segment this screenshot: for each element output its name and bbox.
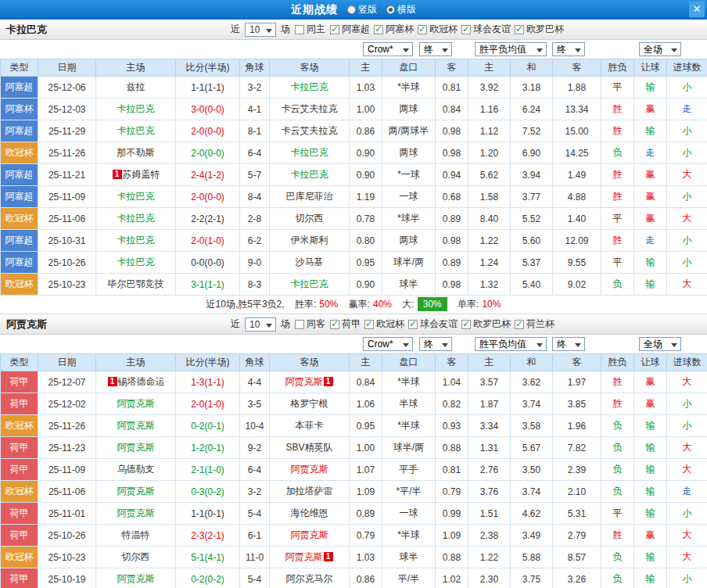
team-section-qarabag: 卡拉巴克 近 10 场 同主 阿塞超阿塞杯欧冠杯球会友谊欧罗巴杯 Crow* 终… [0,20,707,314]
euro-odds-time-select[interactable]: 终 [552,42,585,56]
home-team-cell: 卡拉巴克 [96,120,176,142]
euro-home-odds-cell: 1.24 [468,252,511,274]
league-type-cell: 欧冠杯 [1,142,38,164]
corners-cell: 5-7 [240,164,270,186]
matches-table: 类型日期主场比分(半场)角球客场主盘口客主和客胜负让球进球数 荷甲25-12-0… [0,353,707,588]
team-name-text: 阿贾克斯 [117,420,155,431]
away-team-cell: 卡拉巴克 [270,77,350,99]
team-name-text: 加拉塔萨雷 [286,486,333,497]
euro-draw-odds-cell: 3.94 [511,164,553,186]
corners-cell: 5-4 [240,503,270,525]
corners-cell: 6-4 [240,142,270,164]
asian-home-odds-cell: 1.00 [350,99,382,120]
handicap-line-cell: 两球 [382,99,436,120]
league-filter-checkbox[interactable]: 阿塞超 [330,23,370,36]
result-cell: 负 [601,568,634,588]
asian-home-odds-cell: 1.03 [350,77,382,99]
column-header: 胜负 [601,354,634,371]
euro-average-select[interactable]: 胜平负均值 [475,337,547,351]
scope-select[interactable]: 全场 [639,337,681,351]
goals-overunder-cell: 小 [667,503,707,525]
handicap-result-cell: 赢 [634,164,667,186]
asian-home-odds-cell: 1.06 [350,393,382,415]
layout-portrait-radio[interactable]: 竖版 [347,3,377,16]
bookmaker-select[interactable]: Crow* [363,337,413,351]
league-type-cell: 荷甲 [1,503,38,525]
layout-landscape-radio[interactable]: 横版 [386,3,416,16]
league-filter-checkbox[interactable]: 阿塞杯 [374,23,414,36]
league-filter-checkbox[interactable]: 欧冠杯 [418,23,458,36]
team-name-text: 卡拉巴克 [117,256,155,267]
corners-cell: 11-0 [240,547,270,568]
corners-cell: 8-1 [240,120,270,142]
match-row: 荷甲25-11-09乌德勒支2-1(1-0)6-4阿贾克斯1.07平手0.812… [1,459,707,481]
column-header: 进球数 [667,354,707,371]
euro-draw-odds-cell: 3.74 [511,481,553,503]
league-filter-checkbox[interactable]: 欧罗巴杯 [515,23,564,36]
handicap-result-cell: 输 [634,415,667,437]
match-count-value: 10 [249,319,260,330]
league-filter-checkbox[interactable]: 荷甲 [330,317,361,331]
handicap-line-cell: *球半 [382,208,436,230]
score-cell: 2-0(1-0) [176,393,240,415]
league-type-cell: 荷甲 [1,437,38,459]
euro-average-select[interactable]: 胜平负均值 [475,42,547,56]
asian-home-odds-cell: 0.80 [350,230,382,252]
asian-odds-time-select[interactable]: 终 [419,337,452,351]
handicap-result-cell: 输 [634,274,667,296]
scope-select[interactable]: 全场 [639,42,681,56]
date-cell: 25-10-31 [38,230,96,252]
checkbox-label: 欧罗巴杯 [473,317,511,331]
summary-record: 近10场,胜5平3负2, [206,299,285,310]
league-filter-checkbox[interactable]: 荷兰杯 [515,317,554,331]
home-team-cell: 阿贾克斯 [96,503,176,525]
handicap-line-cell: 平/半 [382,568,436,588]
same-side-checkbox[interactable]: 同主 [295,23,325,36]
date-cell: 25-11-09 [38,459,96,481]
column-header: 客场 [270,59,350,77]
handicap-result-cell: 输 [634,252,667,274]
euro-draw-odds-cell: 3.58 [511,415,553,437]
league-filter-checkbox[interactable]: 欧冠杯 [364,317,404,331]
league-filter-checkbox[interactable]: 球会友谊 [461,23,511,36]
column-header: 日期 [38,354,96,371]
checkbox-label: 同主 [307,23,325,36]
euro-draw-odds-cell: 5.67 [511,437,553,459]
goals-overunder-cell: 大 [667,459,707,481]
match-count-select[interactable]: 10 [245,23,276,37]
handicap-result-cell: 输 [634,437,667,459]
match-count-select[interactable]: 10 [245,317,276,332]
goals-overunder-cell: 小 [667,568,707,588]
near-label: 近 [231,317,240,331]
asian-away-odds-cell: 0.89 [436,252,468,274]
asian-odds-time-select[interactable]: 终 [419,42,452,56]
date-cell: 25-11-01 [38,503,96,525]
filter-controls: 近 10 场 同主 阿塞超阿塞杯欧冠杯球会友谊欧罗巴杯 [231,20,564,39]
team-name-text: 卡拉巴克 [291,81,328,92]
bookmaker-select[interactable]: Crow* [363,42,413,56]
league-type-cell: 阿塞超 [1,120,38,142]
away-team-cell: 阿贾克斯1 [270,371,350,393]
column-header: 客场 [270,354,350,371]
asian-away-odds-cell: 1.02 [436,568,468,588]
radio-icon [386,5,395,14]
league-type-cell: 阿塞杯 [1,99,38,120]
euro-odds-time-select[interactable]: 终 [552,337,585,351]
asian-away-odds-cell: 0.68 [436,186,468,208]
match-row: 欧冠杯25-11-26那不勒斯2-0(0-0)6-4卡拉巴克0.90两球0.98… [1,142,707,164]
handicap-result-cell: 输 [634,568,667,588]
close-icon[interactable]: ✕ [689,2,705,17]
team-name-text: 格罗宁根 [291,398,328,409]
red-card-badge: 1 [324,377,333,386]
league-filter-checkbox[interactable]: 欧罗巴杯 [461,317,511,331]
team-name-text: 卡拉巴克 [291,169,328,180]
handicap-result-cell: 输 [634,459,667,481]
date-cell: 25-11-21 [38,164,96,186]
away-team-cell: 伊米斯利 [270,230,350,252]
league-filter-checkbox[interactable]: 球会友谊 [408,317,458,331]
checkbox-label: 欧冠杯 [429,23,458,36]
same-side-checkbox[interactable]: 同客 [295,317,325,331]
asian-away-odds-cell: 0.98 [436,274,468,296]
checkbox-icon [461,320,471,329]
over-rate-label: 大: [402,299,414,310]
